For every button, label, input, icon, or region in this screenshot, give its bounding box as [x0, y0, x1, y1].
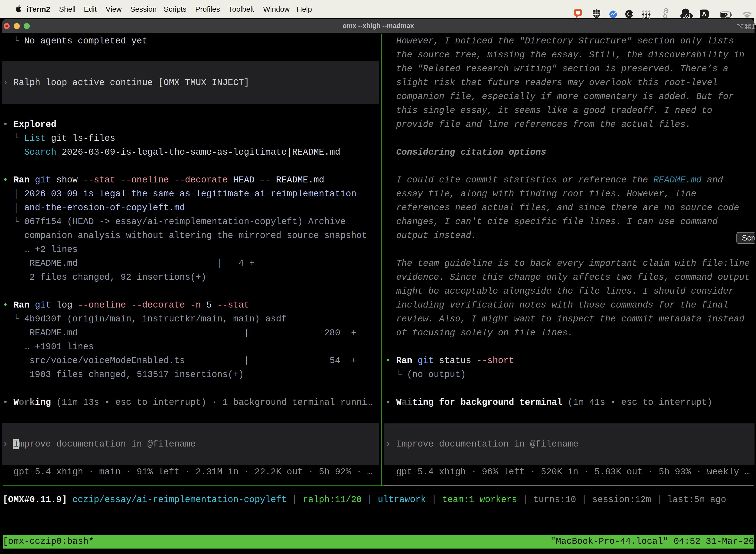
svg-text:1: 1	[751, 23, 755, 30]
svg-text:A: A	[702, 10, 707, 18]
svg-text:..61: ..61	[683, 13, 691, 19]
